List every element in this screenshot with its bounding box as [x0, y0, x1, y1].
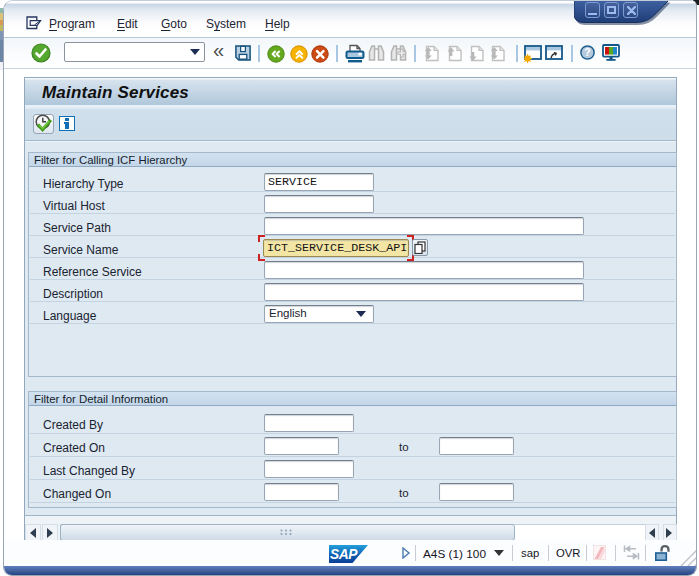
- svg-text:SAP: SAP: [330, 547, 358, 562]
- svg-text:?: ?: [584, 46, 590, 58]
